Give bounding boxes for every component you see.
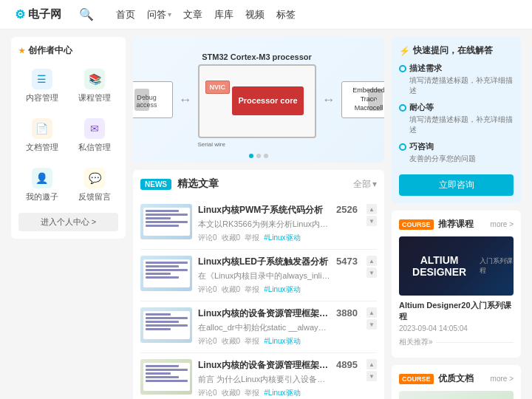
quick-item-title-2: 耐心等: [399, 102, 514, 113]
nav-article[interactable]: 文章: [183, 8, 202, 21]
article-count-4: 4895: [336, 359, 358, 370]
course-more-link[interactable]: more >: [491, 220, 514, 228]
quick-item-title-3: 巧咨询: [399, 141, 514, 152]
creator-item-invites[interactable]: 👤 我的邀子: [18, 163, 66, 207]
right-sidebar: ⚡ 快速提问，在线解答 描述需求 填写清楚描述标题，补充详细描述 耐心等 填写清…: [392, 37, 521, 399]
article-title-2[interactable]: Linux内核LED子系统触发器分析: [198, 256, 330, 268]
doc-thumbnail[interactable]: 复旦绿电子 FM33A0xxB: [399, 391, 514, 399]
tag-linux[interactable]: #Linux驱动: [264, 336, 300, 347]
tag-linux[interactable]: #Linux驱动: [264, 284, 300, 295]
tag-comment: 评论0: [198, 336, 217, 347]
article-title-4[interactable]: Linux内核的设备资源管理框架讲解（一）: [198, 359, 330, 372]
hero-diagram: Debug access ↔ STM32 Cortex-M3 processor…: [133, 37, 384, 163]
article-count-1: 2526: [336, 204, 358, 215]
invites-icon: 👤: [32, 168, 52, 188]
course-section-title: 推荐课程: [438, 218, 474, 231]
article-title-3[interactable]: Linux内核的设备资源管理框架讲解（二）: [198, 307, 330, 320]
banner-next-button[interactable]: ›: [368, 89, 383, 111]
article-count-3: 3880: [336, 307, 358, 318]
search-icon[interactable]: 🔍: [79, 7, 94, 21]
banner-dot-2[interactable]: [256, 154, 261, 158]
articles-all-link[interactable]: 全部 ▾: [353, 178, 377, 191]
creator-item-docs[interactable]: 📄 文档管理: [18, 114, 66, 157]
tag-linux[interactable]: #Linux驱动: [264, 233, 300, 243]
articles-section-title: 精选文章: [177, 177, 219, 191]
doc-img-bg: 复旦绿电子 FM33A0xxB: [399, 391, 514, 399]
quick-item-desc-1: 填写清楚描述标题，补充详细描述: [399, 75, 514, 96]
banner-prev-button[interactable]: ‹: [134, 89, 149, 111]
creator-center-button[interactable]: 进入个人中心 >: [18, 213, 118, 231]
tag-comment: 评论0: [198, 233, 217, 243]
course-name[interactable]: Altium Designer20入门系列课程: [399, 300, 514, 322]
scroll-up-icon[interactable]: ▲: [366, 204, 377, 214]
article-thumbnail-2: [140, 256, 192, 291]
content-mgmt-icon: ☰: [32, 69, 52, 89]
nav-home[interactable]: 首页: [116, 8, 135, 21]
nvic-box: NVIC: [205, 81, 231, 94]
doc-section-header: COURSE 优质文档 more >: [399, 372, 514, 385]
article-count-2: 5473: [336, 256, 358, 267]
quick-answer-section: ⚡ 快速提问，在线解答 描述需求 填写清楚描述标题，补充详细描述 耐心等 填写清…: [392, 37, 521, 203]
quick-item-desc-2: 填写清楚描述标题，补充详细描述: [399, 115, 514, 135]
course-thumbnail[interactable]: ALTIUM DESIGNER 入门系列课程: [399, 236, 514, 296]
logo-icon: ⚙: [15, 7, 25, 21]
doc-badge: COURSE: [399, 374, 434, 384]
scroll-up-icon[interactable]: ▲: [366, 256, 377, 266]
scroll-down-icon[interactable]: ▼: [366, 371, 377, 381]
banner-dots: [249, 154, 268, 158]
creator-item-feedback[interactable]: 💬 反馈留言: [72, 163, 119, 207]
quick-item-3: 巧咨询 友善的分享您的问题: [399, 141, 514, 164]
articles-header: NEWS 精选文章 全部 ▾: [140, 177, 377, 191]
site-logo: ⚙ 电子网: [15, 7, 61, 21]
nav-video[interactable]: 视频: [245, 8, 265, 21]
creator-item-content[interactable]: ☰ 内容管理: [18, 64, 66, 108]
article-tags-4: 评论0 收藏0 举报 #Linux驱动: [198, 388, 330, 398]
article-desc-1: 本文以RK3566为例来分析Linux内核PWM子系统代码，PWM是Pulse …: [198, 219, 330, 230]
processor-title: STM32 Cortex-M3 processor: [202, 52, 312, 61]
processor-core-box: Processor core: [232, 86, 303, 115]
scroll-down-icon[interactable]: ▼: [366, 319, 377, 330]
scroll-up-icon[interactable]: ▲: [366, 359, 377, 369]
radio-icon-1: [399, 65, 406, 72]
radio-icon-2: [399, 104, 406, 112]
tag-collect: 收藏0: [222, 388, 241, 398]
creator-center: ★ 创作者中心 ☰ 内容管理 📚 课程管理 📄 文档管理 ✉ 私信: [11, 37, 126, 239]
quick-item-2: 耐心等 填写清楚描述标题，补充详细描述: [399, 102, 514, 135]
course-img-bg: ALTIUM DESIGNER 入门系列课程: [399, 236, 514, 296]
altium-title: ALTIUM DESIGNER: [399, 254, 480, 278]
stm32-diagram: Debug access ↔ STM32 Cortex-M3 processor…: [133, 52, 384, 148]
course-section-header: COURSE 推荐课程 more >: [399, 218, 514, 231]
star-icon: ★: [18, 47, 25, 55]
quality-doc-section: COURSE 优质文档 more > 复旦绿电子 FM33A0xxB: [392, 365, 521, 399]
article-title-1[interactable]: Linux内核PWM子系统代码分析: [198, 204, 330, 216]
scroll-up-icon[interactable]: ▲: [366, 307, 377, 318]
article-desc-4: 前言 为什么Linux内核要引入设备资源管理框架每当driver probe一个…: [198, 374, 330, 385]
article-thumbnail-4: [140, 359, 192, 395]
creator-center-title: ★ 创作者中心: [18, 44, 118, 57]
doc-section-title: 优质文档: [438, 372, 474, 385]
nav-qa[interactable]: 问答▾: [147, 8, 171, 21]
tag-comment: 评论0: [198, 284, 217, 295]
banner-dot-3[interactable]: [264, 154, 268, 158]
scroll-indicator-4: ▲ ▼: [366, 359, 377, 381]
tag-report: 举报: [245, 336, 259, 347]
tag-linux[interactable]: #Linux驱动: [264, 388, 300, 398]
creator-item-messages[interactable]: ✉ 私信管理: [72, 114, 119, 157]
creator-item-course[interactable]: 📚 课程管理: [72, 64, 119, 108]
main-container: ★ 创作者中心 ☰ 内容管理 📚 课程管理 📄 文档管理 ✉ 私信: [0, 30, 532, 399]
nav-library[interactable]: 库库: [214, 8, 233, 21]
nav-tags[interactable]: 标签: [276, 8, 296, 21]
messages-icon: ✉: [84, 118, 105, 139]
tag-report: 举报: [245, 388, 259, 398]
article-tags-3: 评论0 收藏0 举报 #Linux驱动: [198, 336, 330, 347]
article-tags-1: 评论0 收藏0 举报 #Linux驱动: [198, 233, 330, 243]
scroll-down-icon[interactable]: ▼: [366, 267, 377, 278]
feedback-icon: 💬: [84, 168, 105, 188]
banner-dot-1[interactable]: [249, 154, 253, 158]
consult-button[interactable]: 立即咨询: [399, 174, 514, 196]
articles-section: NEWS 精选文章 全部 ▾ Linux内核PWM子系统代码分析 本文以RK35…: [133, 170, 384, 399]
hero-banner: Debug access ↔ STM32 Cortex-M3 processor…: [133, 37, 384, 163]
doc-more-link[interactable]: more >: [491, 375, 514, 383]
scroll-down-icon[interactable]: ▼: [366, 216, 377, 226]
scroll-indicator-3: ▲ ▼: [366, 307, 377, 330]
